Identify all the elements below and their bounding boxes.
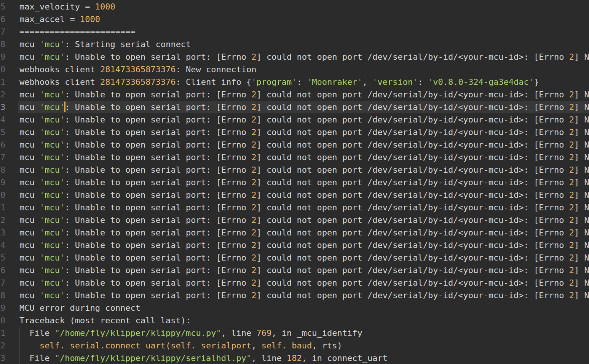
code-line[interactable]: 7======================= (0, 25, 589, 38)
token-string-quote: ' (60, 253, 65, 262)
line-number[interactable]: 1 (0, 327, 6, 339)
code-line[interactable]: 7mcu 'mcu': Unable to open serial port: … (0, 151, 589, 164)
token-number: 2 (569, 102, 574, 112)
code-line[interactable]: 5mcu 'mcu': Unable to open serial port: … (0, 126, 589, 138)
line-number[interactable]: 4 (0, 113, 6, 126)
code-line[interactable]: 1 File "/home/fly/klipper/klippy/mcu.py"… (0, 327, 589, 339)
token-text: mcu (19, 190, 40, 200)
line-number[interactable]: 3 (0, 101, 6, 113)
line-number[interactable]: 7 (0, 25, 6, 38)
line-number[interactable]: 5 (0, 0, 6, 13)
token-text: ======================= (19, 27, 136, 37)
line-number[interactable]: 7 (0, 277, 6, 289)
code-line[interactable]: 6mcu 'mcu': Unable to open serial port: … (0, 264, 589, 277)
line-number[interactable]: 6 (0, 138, 6, 151)
code-line[interactable]: 4mcu 'mcu': Unable to open serial port: … (0, 113, 589, 126)
line-number[interactable]: 1 (0, 76, 6, 88)
code-line[interactable]: 1webhooks client 281473365873376: Client… (0, 76, 589, 88)
token-string: version (377, 77, 413, 87)
code-line[interactable]: 6max_accel = 1000 (0, 13, 589, 25)
line-number[interactable]: 5 (0, 126, 6, 138)
code-line[interactable]: 1mcu 'mcu': Unable to open serial port: … (0, 201, 589, 214)
line-number[interactable]: 2 (0, 339, 6, 352)
token-string: mcu (45, 215, 60, 225)
token-string-quote: ' (60, 178, 65, 187)
code-line[interactable]: 8mcu 'mcu': Starting serial connect (0, 38, 589, 51)
code-line[interactable]: 0Traceback (most recent call last): (0, 314, 589, 327)
token-number: 2 (569, 52, 574, 62)
token-text: : Unable to open serial port: [Errno (65, 253, 251, 262)
token-string-quote: ' (60, 153, 65, 162)
token-text: ] No (574, 52, 589, 62)
line-number[interactable]: 9 (0, 302, 6, 314)
line-number[interactable]: 7 (0, 151, 6, 164)
code-line[interactable]: 9mcu 'mcu': Unable to open serial port: … (0, 176, 589, 189)
token-string: mcu (45, 127, 60, 137)
token-text: : Unable to open serial port: [Errno (65, 153, 251, 162)
token-number: 2 (569, 228, 574, 237)
token-string-quote: " (55, 353, 60, 363)
code-line[interactable]: 0webhooks client 281473365873376: New co… (0, 63, 589, 76)
code-line[interactable]: 8mcu 'mcu': Unable to open serial port: … (0, 289, 589, 302)
token-string: v0.8.0-324-ga3e4dac (433, 77, 529, 87)
code-line[interactable]: 3mcu 'mcu': Unable to open serial port: … (0, 101, 589, 113)
code-line[interactable]: 3mcu 'mcu': Unable to open serial port: … (0, 226, 589, 239)
token-number: 2 (251, 165, 256, 175)
code-line[interactable]: 2mcu 'mcu': Unable to open serial port: … (0, 214, 589, 226)
line-number[interactable]: 4 (0, 239, 6, 251)
token-string: mcu (45, 203, 60, 212)
token-string-quote: ' (40, 90, 45, 99)
token-number: 2 (251, 228, 256, 237)
code-line[interactable]: 2mcu 'mcu': Unable to open serial port: … (0, 88, 589, 101)
token-text: ] could not open port /dev/serial/by-id/… (257, 291, 569, 300)
line-number[interactable]: 8 (0, 289, 6, 302)
token-text: ] could not open port /dev/serial/by-id/… (257, 190, 569, 200)
code-line[interactable]: 5mcu 'mcu': Unable to open serial port: … (0, 251, 589, 264)
line-number[interactable]: 9 (0, 176, 6, 189)
line-number[interactable]: 9 (0, 51, 6, 63)
line-number[interactable]: 2 (0, 214, 6, 226)
token-text: mcu (19, 265, 40, 275)
code-line[interactable]: 7mcu 'mcu': Unable to open serial port: … (0, 277, 589, 289)
token-string-quote: ' (40, 228, 45, 237)
line-number[interactable]: 3 (0, 226, 6, 239)
code-line[interactable]: 5max_velocity = 1000 (0, 0, 589, 13)
code-line[interactable]: 4mcu 'mcu': Unable to open serial port: … (0, 239, 589, 251)
code-line[interactable]: 6mcu 'mcu': Unable to open serial port: … (0, 138, 589, 151)
line-number[interactable]: 5 (0, 251, 6, 264)
line-number[interactable]: 6 (0, 264, 6, 277)
token-string-quote: ' (60, 215, 65, 225)
line-number[interactable]: 1 (0, 201, 6, 214)
token-number: 2 (569, 291, 574, 300)
code-line[interactable]: 2 self._serial.connect_uart(self._serial… (0, 339, 589, 352)
token-text: ] No (574, 278, 589, 288)
token-number: 182 (287, 353, 302, 363)
token-text: mcu (19, 253, 40, 262)
code-line[interactable]: 9mcu 'mcu': Unable to open serial port: … (0, 51, 589, 63)
token-text: ] could not open port /dev/serial/by-id/… (257, 215, 569, 225)
code-area[interactable]: 5max_velocity = 10006max_accel = 10007==… (0, 0, 589, 364)
token-number: 2 (251, 127, 256, 137)
token-text: , (362, 77, 373, 87)
token-string: mcu (45, 140, 60, 149)
line-number[interactable]: 8 (0, 164, 6, 176)
token-string-quote: ' (60, 102, 65, 112)
line-number[interactable]: 0 (0, 314, 6, 327)
token-text: ] could not open port /dev/serial/by-id/… (257, 278, 569, 288)
token-string-quote: ' (251, 77, 256, 87)
code-line[interactable]: 0mcu 'mcu': Unable to open serial port: … (0, 189, 589, 201)
line-number[interactable]: 2 (0, 88, 6, 101)
token-string: Moonraker (312, 77, 357, 87)
line-number[interactable]: 8 (0, 38, 6, 51)
token-text: ] No (574, 140, 589, 149)
line-number[interactable]: 6 (0, 13, 6, 25)
code-line[interactable]: 9MCU error during connect (0, 302, 589, 314)
code-line[interactable]: 8mcu 'mcu': Unable to open serial port: … (0, 164, 589, 176)
line-number[interactable]: 0 (0, 63, 6, 76)
token-text: } (534, 77, 539, 87)
code-editor[interactable]: 5max_velocity = 10006max_accel = 10007==… (0, 0, 589, 364)
line-number[interactable]: 3 (0, 352, 6, 364)
code-line[interactable]: 3 File "/home/fly/klipper/klippy/serialh… (0, 352, 589, 364)
token-number: 2 (569, 140, 574, 149)
line-number[interactable]: 0 (0, 189, 6, 201)
